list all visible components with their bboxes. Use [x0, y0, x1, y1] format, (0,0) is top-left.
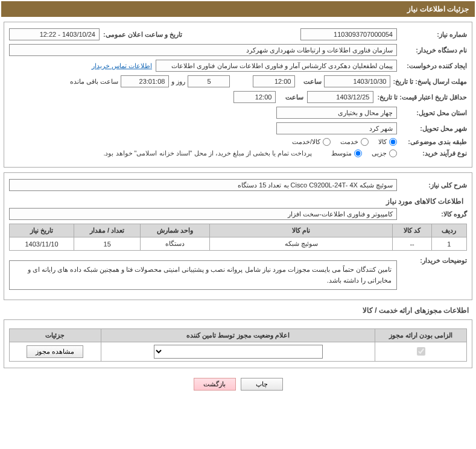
radio-goods-input[interactable] — [389, 138, 397, 146]
view-license-button[interactable]: مشاهده مجوز — [27, 345, 83, 358]
city-value: شهر کرد — [276, 122, 397, 134]
purchase-type-label: نوع فرآیند خرید: — [401, 149, 467, 157]
radio-partial[interactable]: جزیی — [372, 149, 397, 157]
reply-date-value: 1403/10/30 — [324, 75, 390, 87]
province-label: استان محل تحویل: — [401, 109, 467, 117]
price-valid-time-label: ساعت — [279, 93, 303, 101]
license-section: الزامی بودن ارائه مجوز اعلام وضعیت مجوز … — [4, 319, 472, 368]
radio-medium[interactable]: متوسط — [331, 149, 362, 157]
requester-label: ایجاد کننده درخواست: — [401, 62, 467, 70]
city-label: شهر محل تحویل: — [401, 125, 467, 133]
radio-both[interactable]: کالا/خدمت — [292, 138, 331, 146]
goods-group-label: گروه کالا: — [401, 210, 467, 218]
th-code: کد کالا — [393, 224, 432, 237]
table-row: 1 -- سوئیچ شبکه دستگاه 15 1403/11/10 — [10, 237, 467, 251]
time-left-label: ساعت باقی مانده — [70, 78, 118, 86]
td-need-date: 1403/11/10 — [10, 237, 74, 251]
subject-class-radios: کالا خدمت کالا/خدمت — [292, 138, 397, 146]
license-table: الزامی بودن ارائه مجوز اعلام وضعیت مجوز … — [9, 328, 467, 362]
license-section-title: اطلاعات مجوزهای ارائه خدمت / کالا — [5, 306, 469, 315]
td-name: سوئیچ شبکه — [210, 237, 393, 251]
mandatory-checkbox — [417, 347, 425, 356]
buyer-contact-link[interactable]: اطلاعات تماس خریدار — [92, 62, 152, 70]
header-title: جزئیات اطلاعات نیاز — [407, 5, 469, 13]
need-info-section: شماره نیاز: 1103093707000054 تاریخ و ساع… — [4, 22, 472, 168]
th-row: ردیف — [431, 224, 466, 237]
goods-table: ردیف کد کالا نام کالا واحد شمارش تعداد /… — [9, 224, 467, 251]
purchase-type-radios: جزیی متوسط — [331, 149, 397, 157]
buyer-notes-value: تامین کنندگان حتماً می بایست مجوزات مورد… — [9, 260, 397, 290]
back-button[interactable]: بازگشت — [194, 378, 236, 391]
need-no-label: شماره نیاز: — [401, 31, 467, 39]
td-status — [101, 342, 375, 362]
page-header: جزئیات اطلاعات نیاز — [1, 1, 475, 17]
td-code: -- — [393, 237, 432, 251]
radio-both-input[interactable] — [323, 138, 331, 146]
price-valid-label: حداقل تاریخ اعتبار قیمت: تا تاریخ: — [377, 93, 467, 101]
goods-info-title: اطلاعات کالاهای مورد نیاز — [13, 197, 463, 206]
need-desc-value: سوئیچ شبکه Cisco C9200L-24T- 4X به تعداد… — [9, 179, 397, 191]
need-desc-label: شرح کلی نیاز: — [401, 181, 467, 189]
th-qty: تعداد / مقدار — [74, 224, 141, 237]
footer-buttons: چاپ بازگشت — [1, 373, 475, 393]
reply-time-value: 12:00 — [253, 75, 295, 87]
th-name: نام کالا — [210, 224, 393, 237]
buyer-org-value: سازمان فناوری اطلاعات و ارتباطات شهرداری… — [9, 44, 397, 56]
td-unit: دستگاه — [141, 237, 210, 251]
th-status: اعلام وضعیت مجوز توسط تامین کننده — [101, 329, 375, 342]
license-row: مشاهده مجوز — [10, 342, 467, 362]
td-details: مشاهده مجوز — [10, 342, 101, 362]
th-need-date: تاریخ نیاز — [10, 224, 74, 237]
print-button[interactable]: چاپ — [241, 378, 283, 391]
province-value: چهار محال و بختیاری — [276, 107, 397, 119]
radio-partial-input[interactable] — [389, 149, 397, 157]
need-no-value: 1103093707000054 — [300, 28, 397, 40]
radio-service-input[interactable] — [361, 138, 369, 146]
td-mandatory — [375, 342, 467, 362]
radio-medium-input[interactable] — [354, 149, 362, 157]
requester-value: پیمان لطفعلیان دهکردی کارشناس آمار و فنا… — [156, 60, 397, 72]
status-select[interactable] — [154, 345, 323, 359]
announce-dt-value: 1403/10/24 - 12:22 — [9, 28, 100, 40]
announce-dt-label: تاریخ و ساعت اعلان عمومی: — [103, 31, 182, 39]
need-desc-section: شرح کلی نیاز: سوئیچ شبکه Cisco C9200L-24… — [4, 172, 472, 300]
td-row: 1 — [431, 237, 466, 251]
radio-service[interactable]: خدمت — [340, 138, 369, 146]
td-qty: 15 — [74, 237, 141, 251]
countdown-value: 23:01:08 — [121, 75, 169, 87]
reply-time-label: ساعت — [297, 78, 322, 86]
price-valid-date-value: 1403/12/25 — [307, 91, 373, 103]
th-details: جزئیات — [10, 329, 101, 342]
goods-group-value: کامپیوتر و فناوری اطلاعات-سخت افزار — [9, 208, 397, 220]
radio-goods[interactable]: کالا — [378, 138, 397, 146]
treasury-note: پرداخت تمام یا بخشی از مبلغ خرید، از محل… — [103, 149, 312, 157]
days-left-value: 5 — [188, 75, 230, 87]
days-and-label: روز و — [171, 78, 185, 86]
th-unit: واحد شمارش — [141, 224, 210, 237]
price-valid-time-value: 12:00 — [233, 91, 276, 103]
th-mandatory: الزامی بودن ارائه مجوز — [375, 329, 467, 342]
buyer-org-label: نام دستگاه خریدار: — [401, 46, 467, 54]
reply-deadline-label: مهلت ارسال پاسخ: تا تاریخ: — [393, 78, 467, 86]
subject-class-label: طبقه بندی موضوعی: — [401, 138, 467, 146]
buyer-notes-label: توضیحات خریدار: — [401, 257, 467, 265]
